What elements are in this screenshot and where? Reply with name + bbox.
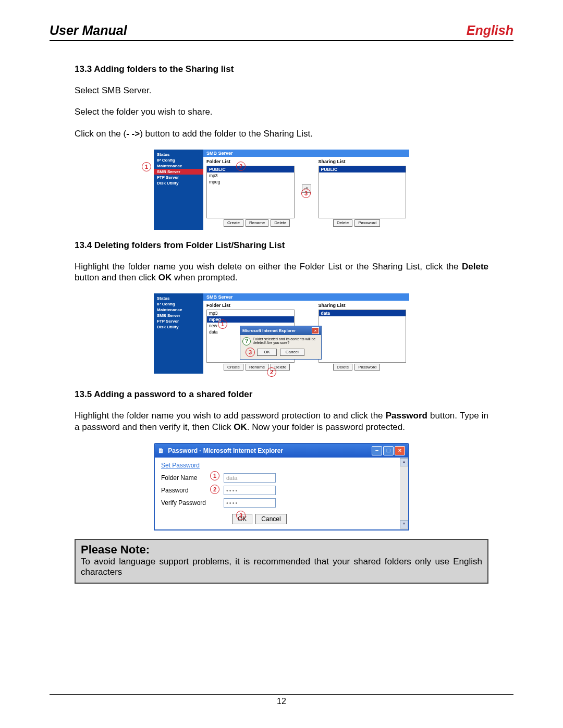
cancel-button[interactable]: Cancel bbox=[280, 349, 304, 356]
annotation-2: 2 bbox=[236, 162, 246, 171]
sharing-list[interactable]: PUBLIC bbox=[319, 166, 407, 218]
rename-button[interactable]: Rename bbox=[246, 364, 268, 371]
sidebar-item-maintenance[interactable]: Maintenance bbox=[154, 307, 203, 313]
folder-name-field: data bbox=[224, 473, 276, 483]
create-button[interactable]: Create bbox=[224, 364, 243, 371]
annotation-3: 3 bbox=[301, 189, 311, 198]
create-button[interactable]: Create bbox=[224, 219, 243, 227]
panel-title: SMB Server bbox=[203, 293, 409, 301]
delete-button[interactable]: Delete bbox=[333, 364, 352, 371]
section-label: Set Password bbox=[161, 462, 402, 469]
note-body: To avoid language support problems, it i… bbox=[81, 557, 482, 577]
close-icon[interactable]: × bbox=[395, 446, 405, 455]
ie-icon: 🗎 bbox=[158, 447, 164, 454]
sidebar-item-status[interactable]: Status bbox=[154, 152, 203, 157]
ok-button[interactable]: OK bbox=[257, 349, 277, 356]
dialog-message: Folder selected and its contents will be… bbox=[253, 337, 319, 344]
header-right: English bbox=[467, 23, 513, 38]
text-13-4: Highlight the folder name you wish delet… bbox=[75, 261, 488, 283]
folder-list-label: Folder List bbox=[206, 303, 295, 308]
question-icon: ? bbox=[242, 337, 251, 346]
password-button[interactable]: Password bbox=[354, 364, 380, 371]
sidebar-item-ftpserver[interactable]: FTP Server bbox=[154, 175, 203, 180]
sidebar-item-status[interactable]: Status bbox=[154, 295, 203, 301]
list-item[interactable]: mp3 bbox=[207, 172, 294, 179]
scroll-down-icon[interactable]: ▾ bbox=[400, 520, 408, 528]
cancel-button[interactable]: Cancel bbox=[255, 514, 286, 524]
rename-button[interactable]: Rename bbox=[246, 219, 268, 227]
annotation-2: 2 bbox=[267, 367, 276, 377]
sidebar-item-smbserver[interactable]: SMB Server bbox=[154, 313, 203, 318]
page-number: 12 bbox=[277, 697, 286, 706]
scrollbar[interactable]: ▴ ▾ bbox=[400, 458, 408, 529]
scroll-up-icon[interactable]: ▴ bbox=[400, 458, 408, 466]
sidebar-item-ftpserver[interactable]: FTP Server bbox=[154, 318, 203, 324]
sharing-list-label: Sharing List bbox=[319, 303, 407, 308]
verify-password-field[interactable]: •••• bbox=[224, 498, 276, 508]
page-header: User Manual English bbox=[50, 23, 513, 41]
password-button[interactable]: Password bbox=[354, 219, 380, 227]
sidebar-item-diskutility[interactable]: Disk Utility bbox=[154, 180, 203, 186]
folder-list[interactable]: PUBLIC mp3 mpeg bbox=[206, 166, 295, 218]
list-item[interactable]: PUBLIC bbox=[319, 166, 406, 172]
sidebar-item-ipconfig[interactable]: IP Config bbox=[154, 157, 203, 163]
dialog-title: Password - Microsoft Internet Explorer bbox=[168, 447, 283, 454]
heading-13-3: 13.3 Adding folders to the Sharing list bbox=[75, 64, 488, 75]
list-item[interactable]: mpeg bbox=[207, 179, 294, 185]
page-footer: 12 bbox=[50, 694, 513, 706]
maximize-icon[interactable]: □ bbox=[383, 446, 394, 455]
text-13-3-p2: Select the folder you wish to share. bbox=[75, 106, 488, 117]
minimize-icon[interactable]: – bbox=[372, 446, 382, 455]
note-title: Please Note: bbox=[81, 543, 482, 557]
annotation-2: 2 bbox=[210, 485, 219, 494]
panel-title: SMB Server bbox=[203, 150, 409, 157]
sidebar: Status IP Config Maintenance SMB Server … bbox=[154, 293, 203, 374]
heading-13-4: 13.4 Deleting folders from Folder List/S… bbox=[75, 240, 488, 251]
note-box: Please Note: To avoid language support p… bbox=[75, 539, 488, 584]
annotation-1: 1 bbox=[142, 162, 151, 171]
text-13-3-p3: Click on the (- ->) button to add the fo… bbox=[75, 128, 488, 139]
heading-13-5: 13.5 Adding a password to a shared folde… bbox=[75, 389, 488, 400]
screenshot-add-folder: 1 2 3 Status IP Config Maintenance SMB S… bbox=[154, 150, 409, 230]
sidebar-item-smbserver[interactable]: SMB Server bbox=[154, 169, 203, 175]
delete-button[interactable]: Delete bbox=[333, 219, 352, 227]
list-item[interactable]: data bbox=[319, 310, 406, 316]
sidebar-item-ipconfig[interactable]: IP Config bbox=[154, 301, 203, 307]
annotation-3: 3 bbox=[236, 511, 246, 520]
list-item[interactable]: PUBLIC bbox=[207, 166, 294, 172]
text-13-5: Highlight the folder name you wish to ad… bbox=[75, 410, 488, 433]
sidebar-item-diskutility[interactable]: Disk Utility bbox=[154, 324, 203, 330]
annotation-1: 1 bbox=[210, 471, 219, 480]
sharing-list-label: Sharing List bbox=[319, 159, 407, 164]
delete-button[interactable]: Delete bbox=[271, 219, 290, 227]
text-13-3-p1: Select SMB Server. bbox=[75, 85, 488, 96]
verify-password-label: Verify Password bbox=[161, 499, 224, 507]
dialog-title: Microsoft Internet Explorer bbox=[242, 328, 296, 333]
sharing-list[interactable]: data bbox=[319, 310, 407, 362]
close-icon[interactable]: × bbox=[312, 327, 319, 334]
screenshot-password-dialog: 1 2 3 🗎 Password - Microsoft Internet Ex… bbox=[154, 443, 409, 530]
folder-list-label: Folder List bbox=[206, 159, 295, 164]
password-field[interactable]: •••• bbox=[224, 486, 276, 495]
sidebar-item-maintenance[interactable]: Maintenance bbox=[154, 163, 203, 169]
list-item[interactable]: mp3 bbox=[207, 310, 294, 316]
sidebar: Status IP Config Maintenance SMB Server … bbox=[154, 150, 203, 230]
screenshot-delete-folder: 1 2 3 Status IP Config Maintenance SMB S… bbox=[154, 293, 409, 374]
header-left: User Manual bbox=[50, 23, 127, 38]
